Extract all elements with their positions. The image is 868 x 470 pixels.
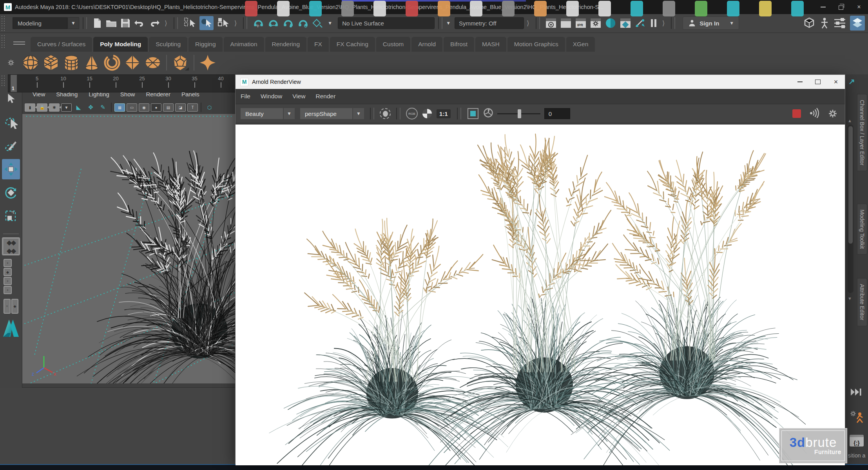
drag-handle[interactable] [1,34,5,48]
grease-pencil-icon[interactable]: ✎ [98,103,108,112]
symmetry-field[interactable]: Symmetry: Off [455,17,524,29]
region-render-icon[interactable] [468,108,478,119]
select-component-icon[interactable] [217,16,230,30]
super-shape-icon[interactable] [199,54,217,72]
show-panel-arrow-icon[interactable]: ↗ [848,77,855,86]
poly-sphere-icon[interactable] [22,54,40,72]
renderview-menu-window[interactable]: Window [256,93,287,100]
camera-attributes-icon[interactable]: ✱ [49,103,60,112]
group-separator[interactable] [174,17,178,29]
menu-set-selector[interactable]: Modeling ▼ [13,17,79,29]
ipr-render-icon[interactable]: IPR [575,18,587,29]
shading-cube-icon[interactable]: ⬡ [204,103,215,112]
shelf-tab-fx-caching[interactable]: FX Caching [330,37,375,52]
minimize-button[interactable] [791,75,809,89]
shelf-tab-curves-surfaces[interactable]: Curves / Surfaces [31,37,92,52]
shelf-tab-bifrost[interactable]: Bifrost [444,37,474,52]
pause-icon[interactable] [651,19,656,27]
slider-handle[interactable] [518,109,521,118]
single-pane-layout-button[interactable]: ◆◆◆◆ [2,237,20,255]
camera-select-icon[interactable]: ▮ [25,103,35,112]
renderview-menu-render[interactable]: Render [310,93,341,100]
group-separator[interactable] [243,17,247,29]
occluded-shelf-icon[interactable] [759,1,772,16]
right-tab-attribute-editor[interactable]: Attribute Editor [857,278,867,326]
film-gate-icon[interactable]: ▭ [127,103,137,112]
resolution-gate-icon[interactable]: ◉ [139,103,149,112]
exposure-slider[interactable] [497,113,540,114]
new-scene-icon[interactable] [92,18,102,29]
safe-title-icon[interactable]: T [187,103,198,112]
aov-selector[interactable]: Beauty ▼ [240,108,295,119]
render-image-canvas[interactable] [236,125,845,465]
occluded-shelf-icon[interactable] [566,1,579,16]
renderview-menu-view[interactable]: View [287,93,310,100]
shelf-tab-rigging[interactable]: Rigging [188,37,223,52]
group-expander-icon[interactable]: ⟩ [662,19,665,27]
occluded-shelf-icon[interactable] [245,1,257,16]
occluded-shelf-icon[interactable] [309,1,322,16]
group-separator[interactable] [536,17,540,29]
script-editor-button[interactable]: {;} [845,435,868,446]
snap-to-point-icon[interactable] [282,17,294,29]
toggle-modeling-toolkit-icon[interactable] [803,17,815,29]
paint-select-tool[interactable] [2,136,20,156]
save-scene-icon[interactable] [120,18,130,28]
group-expander-icon[interactable]: ⟩ [527,19,529,27]
lasso-tool[interactable] [2,112,20,132]
snap-to-plane-icon[interactable] [312,17,324,29]
close-button[interactable]: × [827,75,845,89]
move-tool[interactable] [2,159,20,179]
toggle-channel-box-icon[interactable] [834,17,847,29]
toggle-attribute-editor-icon[interactable] [850,16,865,31]
render-settings-icon[interactable] [590,18,602,29]
zoom-ratio-button[interactable]: 1:1 [437,109,451,118]
occluded-shelf-icon[interactable] [438,1,450,16]
live-surface-field[interactable]: No Live Surface [338,17,435,29]
occluded-shelf-icon[interactable] [598,1,611,16]
render-region-icon[interactable] [560,18,572,29]
renderview-menu-file[interactable]: File [236,93,256,100]
select-hierarchy-icon[interactable] [183,16,196,30]
restore-button[interactable] [832,0,850,14]
group-expander-icon[interactable]: ⟩ [165,19,167,27]
current-frame-marker[interactable]: 1 [11,75,17,92]
poly-cube-icon[interactable] [42,54,60,72]
camera-selector[interactable]: perspShape ▼ [300,108,364,119]
redo-icon[interactable] [149,18,160,28]
shelf-tab-xgen[interactable]: XGen [566,37,595,52]
bookmark-icon[interactable]: ▼ [61,103,72,112]
shelf-gear-icon[interactable] [7,59,15,67]
shelf-tab-fx[interactable]: FX [308,37,329,52]
shelf-tab-mash[interactable]: MASH [475,37,506,52]
live-updates-icon[interactable] [809,108,820,119]
occluded-shelf-icon[interactable] [663,1,675,16]
lighting-sets-icon[interactable] [620,18,631,29]
undo-icon[interactable] [134,18,145,28]
scroll-up-icon[interactable]: ▲ [848,118,852,123]
four-view-layout-button[interactable]: +◆ ++ [3,258,19,295]
shelf-tab-custom[interactable]: Custom [376,37,410,52]
node-editor-icon[interactable] [634,17,646,29]
scale-tool[interactable] [2,206,20,226]
toon-shading-icon[interactable] [605,17,616,29]
shelf-tab-animation[interactable]: Animation [224,37,264,52]
group-expander-icon[interactable]: ⟩ [234,19,237,27]
occluded-shelf-icon[interactable] [534,1,547,16]
camera-aperture-icon[interactable] [483,108,493,119]
two-pane-layout-button[interactable]: +◆ [3,298,19,314]
poly-cone-icon[interactable] [83,54,101,72]
close-button[interactable]: × [850,0,868,14]
minimize-button[interactable] [814,0,832,14]
poly-plane-icon[interactable] [123,54,141,72]
grid-toggle-icon[interactable]: ▦ [114,103,125,112]
scrollbar[interactable] [848,125,854,293]
animation-preferences-icon[interactable] [845,409,868,425]
occluded-shelf-icon[interactable] [695,1,707,16]
renderview-settings-gear-icon[interactable] [828,108,838,119]
shelf-menu-icon[interactable] [13,42,25,45]
group-separator[interactable] [438,17,442,29]
camera-lock-icon[interactable]: 🔒 [37,103,47,112]
gate-mask-icon[interactable]: ● [151,103,161,112]
maximize-button[interactable] [809,75,827,89]
